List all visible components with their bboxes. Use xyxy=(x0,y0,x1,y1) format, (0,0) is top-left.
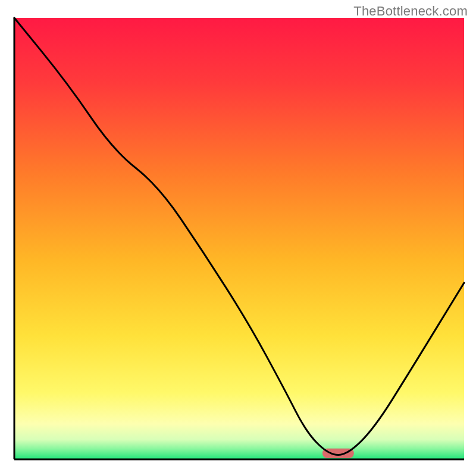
chart-container: TheBottleneck.com xyxy=(0,0,476,476)
watermark-text: TheBottleneck.com xyxy=(353,4,468,19)
bottleneck-chart xyxy=(0,0,476,476)
optimal-zone-marker xyxy=(322,449,354,458)
